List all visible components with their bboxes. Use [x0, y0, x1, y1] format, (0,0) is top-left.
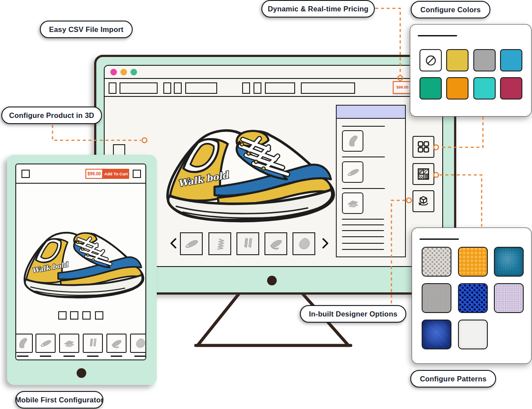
pattern-swatch-white-mesh[interactable]: [422, 247, 451, 277]
list-label-line: [342, 156, 385, 157]
pattern-swatch-teal-leather[interactable]: [494, 247, 524, 277]
pattern-swatch-orange-knit[interactable]: [458, 247, 488, 277]
callout-configure-colors: Configure Colors: [411, 1, 490, 18]
option-box-1[interactable]: [58, 311, 67, 320]
color-swatch-gray[interactable]: [473, 49, 496, 71]
toolbar-placeholder-button[interactable]: [109, 82, 116, 94]
home-button[interactable]: [77, 368, 86, 378]
rotate-3d-icon: [419, 196, 428, 205]
mobile-shoe-preview[interactable]: [17, 223, 145, 301]
part-thumbnail-toe[interactable]: [292, 232, 315, 255]
callout-mobile-first: Mobile First Configurator: [15, 391, 103, 409]
thumb-label-line: [87, 356, 99, 357]
shoe-3d-preview[interactable]: [157, 117, 336, 226]
mobile-thumb-heel[interactable]: [15, 334, 33, 353]
toolbar-placeholder-field[interactable]: [301, 82, 355, 94]
callout-csv-import: Easy CSV File Import: [40, 21, 133, 38]
configurator-feature-illustration: Walk bold: [0, 0, 532, 409]
color-swatch-orange[interactable]: [446, 77, 469, 100]
color-swatch-yellow[interactable]: [446, 49, 469, 71]
list-item-sole[interactable]: [342, 161, 363, 183]
mobile-device: $99.00 Add To Cart: [7, 155, 157, 385]
list-text-line: [342, 230, 384, 231]
thumb-label-line: [63, 356, 75, 357]
color-swatch-blue[interactable]: [500, 49, 522, 71]
mobile-thumb-sole[interactable]: [35, 334, 56, 353]
rotate-3d-button[interactable]: [412, 190, 434, 212]
webcam-dot: [267, 276, 277, 285]
mobile-price: $99.00: [85, 169, 103, 179]
color-swatch-crimson[interactable]: [500, 77, 522, 100]
color-swatch-none[interactable]: [419, 49, 442, 71]
toolbar-placeholder-button[interactable]: [163, 82, 171, 94]
thumb-label-line: [40, 356, 51, 357]
mobile-thumb-strips[interactable]: [83, 334, 103, 353]
part-thumbnail-strips[interactable]: [236, 232, 259, 255]
carousel-next-icon[interactable]: [321, 238, 330, 249]
list-text-line: [342, 219, 384, 220]
list-text-line: [342, 243, 384, 244]
price-tag[interactable]: $99.00: [393, 81, 412, 94]
mobile-cart-box[interactable]: [133, 170, 141, 178]
toolbar-placeholder-field[interactable]: [120, 82, 158, 94]
panel-title-line: [419, 238, 459, 240]
window-dot-close: [110, 69, 117, 75]
parts-list-panel: [336, 105, 406, 257]
carousel-prev-icon[interactable]: [169, 238, 178, 249]
window-dot-minimize: [120, 69, 127, 75]
add-to-cart-button[interactable]: Add To Cart: [103, 169, 129, 179]
list-label-line: [342, 188, 385, 189]
mobile-menu-box[interactable]: [21, 170, 30, 178]
list-text-line: [342, 224, 384, 225]
pattern-swatch-icon: [418, 169, 428, 179]
list-text-line: [342, 236, 384, 237]
callout-configure-3d: Configure Product in 3D: [1, 107, 102, 124]
thumb-label-line: [111, 356, 122, 357]
callout-designer-options: In-built Designer Options: [300, 305, 406, 323]
list-item-heel[interactable]: [342, 130, 363, 152]
window-dot-expand: [130, 69, 137, 75]
pattern-swatch-gray-weave[interactable]: [422, 283, 451, 313]
color-swatch-turquoise[interactable]: [473, 77, 496, 100]
list-text-line: [342, 249, 384, 250]
pattern-picker-panel: [412, 228, 532, 364]
panel-title-line: [418, 35, 457, 36]
toolbar-placeholder-button[interactable]: [242, 82, 250, 94]
list-item-layers[interactable]: [342, 192, 363, 214]
option-box-4[interactable]: [95, 311, 103, 320]
mobile-thumb-toe[interactable]: [130, 334, 146, 353]
pattern-swatch-plain-white[interactable]: [458, 320, 488, 349]
option-box-3[interactable]: [82, 311, 91, 320]
color-grid-icon: [418, 142, 428, 152]
thumb-label-line: [17, 356, 28, 357]
mobile-thumb-layers[interactable]: [59, 334, 79, 353]
mobile-thumb-swoosh[interactable]: [106, 334, 127, 353]
mobile-header: $99.00 Add To Cart: [16, 164, 145, 184]
parts-list-header: [337, 106, 405, 119]
callout-dynamic-pricing: Dynamic & Real-time Pricing: [261, 0, 375, 18]
pattern-swatch-lilac-knit[interactable]: [494, 283, 524, 313]
toolbar-placeholder-button[interactable]: [254, 82, 261, 94]
mobile-screen: $99.00 Add To Cart: [15, 164, 146, 360]
part-thumbnail-sole[interactable]: [180, 232, 203, 255]
configurator-toolbar: $99.00: [105, 80, 442, 97]
no-color-icon: [425, 54, 437, 67]
color-swatch-green[interactable]: [419, 77, 442, 100]
callout-configure-patterns: Configure Patterns: [410, 370, 496, 388]
open-patterns-button[interactable]: [412, 163, 434, 185]
pattern-swatch-royal-fabric[interactable]: [422, 320, 451, 349]
option-box-2[interactable]: [70, 311, 78, 320]
toolbar-placeholder-button[interactable]: [174, 82, 182, 94]
toolbar-placeholder-field[interactable]: [265, 82, 295, 94]
thumb-label-line: [134, 356, 146, 357]
browser-titlebar: [105, 66, 442, 79]
toolbar-placeholder-field[interactable]: [185, 82, 217, 94]
part-thumbnail-heel[interactable]: [264, 232, 287, 255]
open-colors-button[interactable]: [412, 136, 434, 158]
pattern-swatch-blue-mesh[interactable]: [458, 283, 488, 313]
part-thumbnail-laces[interactable]: [208, 232, 231, 255]
color-picker-panel: [410, 24, 532, 117]
list-label-line: [342, 126, 385, 127]
